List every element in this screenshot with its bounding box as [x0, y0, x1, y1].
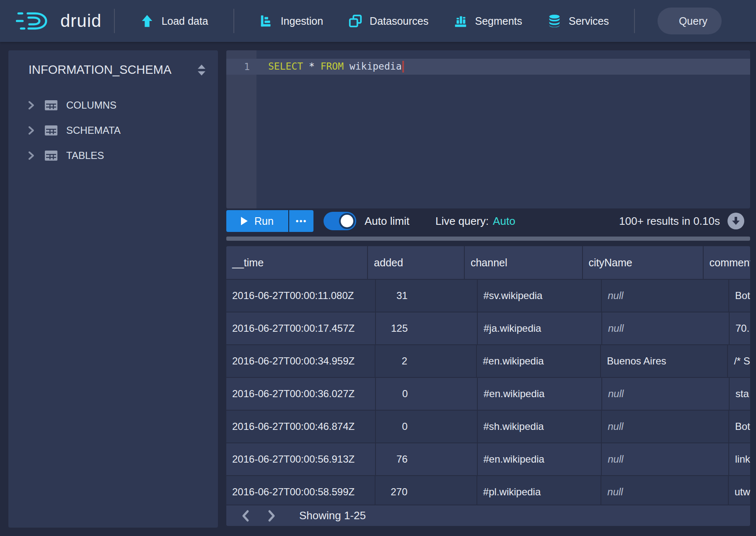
download-button[interactable]: [728, 213, 744, 229]
table-cell[interactable]: null: [602, 411, 729, 442]
tree-item-label: TABLES: [66, 150, 104, 161]
nav-item-services[interactable]: Services: [535, 0, 621, 42]
column-header-channel[interactable]: channel: [465, 246, 583, 279]
schema-selector[interactable]: INFORMATION_SCHEMA: [8, 50, 218, 81]
nav-item-label: Load data: [161, 15, 208, 27]
table-cell[interactable]: 2016-06-27T00:00:56.913Z: [226, 443, 376, 475]
play-icon: [241, 217, 248, 225]
tree-item-label: SCHEMATA: [66, 125, 121, 136]
sql-editor[interactable]: 1 SELECT * FROM wikipedia: [226, 50, 750, 208]
table-cell[interactable]: #sv.wikipedia: [478, 280, 602, 312]
nav-item-segments[interactable]: Segments: [441, 0, 535, 42]
table-cell[interactable]: Bot: [729, 280, 750, 312]
editor-line-1[interactable]: 1 SELECT * FROM wikipedia: [226, 59, 750, 75]
nav-separator: [114, 9, 115, 33]
chevron-right-icon: [26, 100, 36, 111]
run-button[interactable]: Run: [226, 210, 288, 232]
table-cell[interactable]: null: [602, 443, 729, 475]
table-cell[interactable]: #pl.wikipedia: [477, 476, 601, 508]
next-page-button[interactable]: [263, 507, 280, 524]
table-cell[interactable]: 0: [376, 378, 478, 410]
nav-item-label: Ingestion: [281, 15, 323, 27]
pane-splitter[interactable]: [226, 237, 750, 241]
live-query-label: Live query:: [435, 215, 489, 228]
chevron-right-icon: [26, 125, 36, 136]
column-header-time[interactable]: __time: [226, 246, 368, 279]
table-cell[interactable]: #en.wikipedia: [478, 443, 602, 475]
ellipsis-icon: •••: [295, 216, 307, 226]
results-status-group: 100+ results in 0.10s: [619, 213, 744, 229]
table-cell[interactable]: 0: [376, 411, 478, 442]
table-icon: [44, 150, 58, 161]
table-cell[interactable]: utw: [729, 476, 750, 508]
schema-tree: COLUMNS SCHEMATA: [8, 93, 218, 168]
table-cell[interactable]: link: [729, 443, 750, 475]
table-cell[interactable]: 76: [376, 443, 478, 475]
showing-label: Showing 1-25: [299, 509, 366, 522]
column-header-added[interactable]: added: [368, 246, 465, 279]
table-cell[interactable]: 2016-06-27T00:00:58.599Z: [226, 476, 375, 508]
table-row: 2016-06-27T00:00:58.599Z270#pl.wikipedia…: [226, 475, 750, 508]
sql-token: wikipedia: [344, 61, 401, 72]
table-cell[interactable]: null: [602, 378, 730, 410]
double-caret-icon: [196, 64, 207, 76]
table-row: 2016-06-27T00:00:56.913Z76#en.wikipedian…: [226, 442, 750, 475]
table-cell[interactable]: /* S: [728, 345, 750, 377]
tree-item-schemata[interactable]: SCHEMATA: [8, 118, 218, 143]
query-workbench: 1 SELECT * FROM wikipedia Run ••• Auto l…: [226, 50, 750, 528]
download-icon: [731, 216, 740, 226]
sql-token: *: [303, 61, 321, 72]
nav-separator: [233, 9, 234, 33]
schema-title: INFORMATION_SCHEMA: [28, 63, 171, 77]
prev-page-button[interactable]: [237, 507, 254, 524]
table-cell[interactable]: 31: [376, 280, 478, 312]
nav-item-ingestion[interactable]: Ingestion: [247, 0, 336, 42]
sql-token: FROM: [321, 61, 344, 72]
tree-item-columns[interactable]: COLUMNS: [8, 93, 218, 118]
column-header-cityname[interactable]: cityName: [583, 246, 704, 279]
column-header-comment[interactable]: comment: [704, 246, 750, 279]
table-cell[interactable]: 2016-06-27T00:00:34.959Z: [226, 345, 375, 377]
table-cell[interactable]: #en.wikipedia: [478, 378, 602, 410]
results-summary: 100+ results in 0.10s: [619, 215, 720, 228]
table-cell[interactable]: sta: [730, 378, 750, 410]
table-row: 2016-06-27T00:00:17.457Z125#ja.wikipedia…: [226, 312, 750, 344]
table-cell[interactable]: 125: [376, 312, 478, 344]
run-more-button[interactable]: •••: [289, 210, 313, 232]
table-cell[interactable]: null: [602, 280, 729, 312]
nav-item-label: Segments: [475, 15, 522, 27]
live-query-value[interactable]: Auto: [493, 215, 515, 228]
table-cell[interactable]: 2: [375, 345, 477, 377]
chevron-left-icon: [240, 509, 251, 523]
nav-item-datasources[interactable]: Datasources: [336, 0, 441, 42]
table-cell[interactable]: 70.: [730, 312, 750, 344]
gantt-icon: [259, 14, 274, 28]
bar-chart-icon: [453, 14, 468, 28]
nav-item-label: Services: [569, 15, 609, 27]
tree-item-tables[interactable]: TABLES: [8, 143, 218, 168]
table-cell[interactable]: Bot: [729, 411, 750, 442]
auto-limit-toggle[interactable]: [324, 212, 356, 230]
table-cell[interactable]: 2016-06-27T00:00:46.874Z: [226, 411, 376, 442]
nav-separator: [634, 9, 635, 33]
run-split-button: Run •••: [226, 210, 313, 232]
table-icon: [44, 125, 58, 136]
nav-item-load-data[interactable]: Load data: [127, 0, 220, 42]
top-navbar: druid Load data Ingestion Datasources: [0, 0, 756, 42]
chevron-right-icon: [26, 150, 36, 161]
sql-token: SELECT: [268, 61, 303, 72]
table-cell[interactable]: #en.wikipedia: [477, 345, 601, 377]
database-icon: [547, 14, 562, 28]
table-cell[interactable]: #sh.wikipedia: [478, 411, 602, 442]
table-cell[interactable]: null: [602, 312, 730, 344]
line-number: 1: [226, 61, 256, 72]
table-cell[interactable]: 2016-06-27T00:00:36.027Z: [226, 378, 376, 410]
table-cell[interactable]: 2016-06-27T00:00:11.080Z: [226, 280, 376, 312]
nav-item-query[interactable]: Query: [658, 8, 722, 34]
table-cell[interactable]: null: [601, 476, 728, 508]
table-cell[interactable]: 2016-06-27T00:00:17.457Z: [226, 312, 376, 344]
druid-logo[interactable]: druid: [16, 9, 101, 33]
table-cell[interactable]: Buenos Aires: [601, 345, 728, 377]
table-cell[interactable]: 270: [375, 476, 477, 508]
table-cell[interactable]: #ja.wikipedia: [478, 312, 602, 344]
